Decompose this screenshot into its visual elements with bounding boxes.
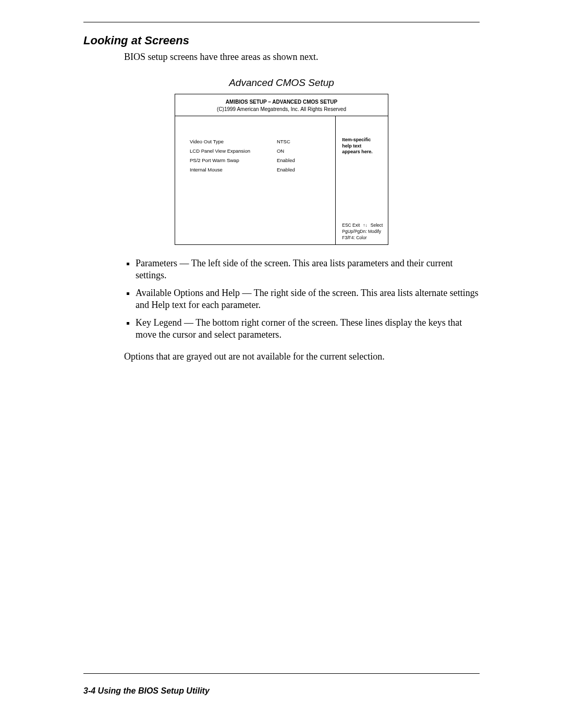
section-title: Looking at Screens <box>83 34 480 47</box>
param-name: LCD Panel View Expansion <box>190 146 277 156</box>
help-line: appears here. <box>342 149 383 155</box>
bios-help-text: Item-specific help text appears here. <box>342 137 383 155</box>
bios-header-line2: (C)1999 American Megatrends, Inc. All Ri… <box>180 106 383 113</box>
legend-line: PgUp/PgDn: Modify <box>342 229 383 235</box>
top-rule <box>83 22 480 22</box>
help-line: Item-specific <box>342 137 383 143</box>
help-line: help text <box>342 143 383 150</box>
list-item: Parameters — The left side of the screen… <box>136 257 480 282</box>
figure-title: Advanced CMOS Setup <box>83 77 480 89</box>
bios-param-row: Video Out Type NTSC <box>190 137 330 146</box>
param-name: Video Out Type <box>190 137 277 146</box>
param-value: Enabled <box>277 156 330 165</box>
bios-param-row: LCD Panel View Expansion ON <box>190 146 330 156</box>
bios-key-legend: ESC Exit ↑↓ Select PgUp/PgDn: Modify F3/… <box>342 223 383 241</box>
bios-body: Video Out Type NTSC LCD Panel View Expan… <box>175 116 388 244</box>
param-value: NTSC <box>277 137 330 146</box>
param-value: Enabled <box>277 165 330 175</box>
legend-line: F3/F4: Color <box>342 235 383 241</box>
param-value: ON <box>277 146 330 156</box>
param-name: Internal Mouse <box>190 165 277 175</box>
bios-help-pane: Item-specific help text appears here. ES… <box>336 116 388 244</box>
legend-select: Select <box>371 223 383 229</box>
bullet-list: Parameters — The left side of the screen… <box>124 257 480 341</box>
legend-line: ESC Exit ↑↓ Select <box>342 223 383 229</box>
bios-params-pane: Video Out Type NTSC LCD Panel View Expan… <box>175 116 336 244</box>
bios-header-line1: AMIBIOS SETUP – ADVANCED CMOS SETUP <box>180 98 383 106</box>
bios-param-row: Internal Mouse Enabled <box>190 165 330 175</box>
bios-header: AMIBIOS SETUP – ADVANCED CMOS SETUP (C)1… <box>175 94 388 116</box>
bios-param-row: PS/2 Port Warm Swap Enabled <box>190 156 330 165</box>
footer-rule <box>83 673 480 674</box>
closing-text: Options that are grayed out are not avai… <box>124 351 480 362</box>
bios-screenshot: AMIBIOS SETUP – ADVANCED CMOS SETUP (C)1… <box>175 94 388 245</box>
list-item: Available Options and Help — The right s… <box>136 287 480 312</box>
arrow-up-down-icon: ↑↓ <box>363 223 368 229</box>
legend-esc-exit: ESC Exit <box>342 223 360 229</box>
page: Looking at Screens BIOS setup screens ha… <box>0 0 563 728</box>
footer-text: 3-4 Using the BIOS Setup Utility <box>83 686 210 696</box>
list-item: Key Legend — The bottom right corner of … <box>136 317 480 341</box>
intro-text: BIOS setup screens have three areas as s… <box>124 52 480 63</box>
param-name: PS/2 Port Warm Swap <box>190 156 277 165</box>
